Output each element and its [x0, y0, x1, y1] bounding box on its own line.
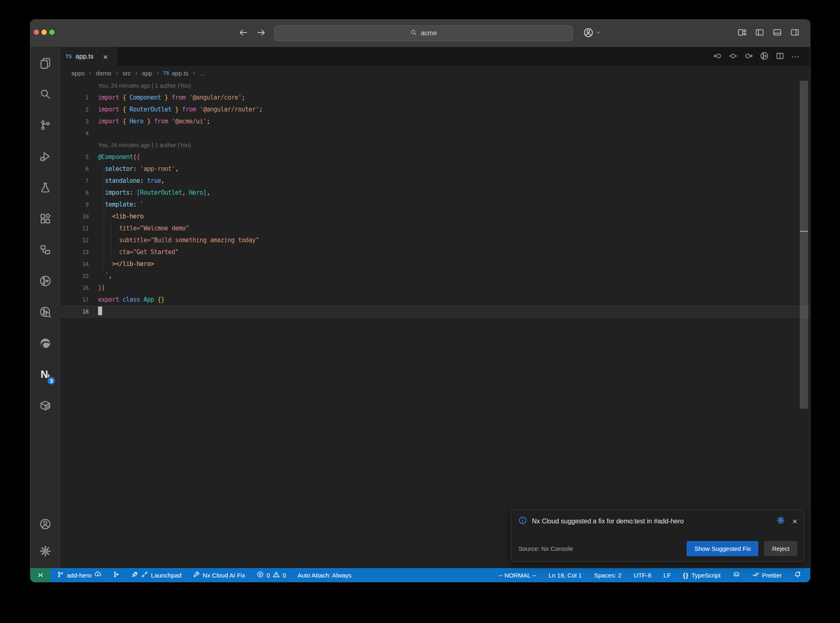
- gear-icon[interactable]: [776, 516, 785, 526]
- reject-button[interactable]: Reject: [764, 541, 797, 556]
- split-editor-button[interactable]: [776, 52, 784, 62]
- line-number[interactable]: 11: [61, 223, 98, 234]
- line-number[interactable]: 15: [61, 270, 98, 282]
- activity-item-accounts[interactable]: [30, 510, 60, 537]
- breadcrumb-item-[interactable]: …: [200, 70, 206, 77]
- status-launchpad[interactable]: Launchpad: [131, 571, 181, 579]
- code-line-5[interactable]: 5@Component({: [61, 151, 810, 163]
- activity-item-source-control[interactable]: [30, 109, 60, 141]
- toggle-panel-button[interactable]: [773, 28, 782, 39]
- close-button[interactable]: [34, 30, 39, 35]
- line-number[interactable]: 16: [61, 282, 98, 294]
- status-auto-attach[interactable]: Auto Attach: Always: [297, 572, 352, 579]
- breadcrumb-item-apps[interactable]: apps: [71, 70, 85, 77]
- code-line-1[interactable]: 1import { Component } from '@angular/cor…: [61, 92, 810, 104]
- activity-item-commit-graph-search[interactable]: [30, 296, 60, 327]
- code-line-16[interactable]: 16}): [61, 282, 810, 294]
- show-suggested-fix-button[interactable]: Show Suggested Fix: [687, 541, 759, 556]
- remote-indicator[interactable]: [30, 568, 50, 582]
- activity-item-search[interactable]: [30, 78, 60, 109]
- breadcrumb-item-demo[interactable]: demo: [96, 70, 112, 77]
- status-prettier[interactable]: Prettier: [752, 571, 782, 579]
- breadcrumb-item-app[interactable]: app: [142, 70, 152, 77]
- status-encoding[interactable]: UTF-8: [634, 572, 651, 579]
- status-nx-cloud-ai-fix[interactable]: Nx Cloud AI Fix: [193, 571, 245, 579]
- activity-item-git-graph[interactable]: [30, 265, 60, 296]
- activity-item-settings[interactable]: [30, 537, 60, 564]
- code-line-13[interactable]: 13 cta="Get Started": [61, 246, 810, 258]
- line-number[interactable]: 12: [61, 234, 98, 246]
- activity-item-project-hierarchy[interactable]: [30, 234, 60, 265]
- line-number[interactable]: 18: [61, 306, 98, 318]
- line-number[interactable]: 3: [61, 116, 98, 127]
- status-eol-sequence[interactable]: LF: [664, 572, 671, 579]
- line-number[interactable]: 14: [61, 258, 98, 270]
- code-line-11[interactable]: 11 title="Welcmoe demo": [61, 223, 810, 234]
- status-problems[interactable]: 00: [257, 571, 286, 579]
- activity-item-edge-tools[interactable]: [30, 327, 60, 359]
- code-line-2[interactable]: 2import { RouterOutlet } from '@angular/…: [61, 104, 810, 116]
- nav-back-button[interactable]: [713, 52, 722, 62]
- activity-item-run-and-debug[interactable]: [30, 141, 60, 172]
- code-line-3[interactable]: 3import { Hero } from '@acme/ui';: [61, 116, 810, 127]
- toggle-primary-sidebar-button[interactable]: [755, 28, 764, 39]
- code-line-9[interactable]: 9 template: `: [61, 199, 810, 211]
- status-cursor-position[interactable]: Ln 18, Col 1: [548, 572, 582, 579]
- activity-item-explorer[interactable]: [30, 47, 60, 78]
- line-number[interactable]: 5: [61, 151, 98, 163]
- status-indentation[interactable]: Spaces: 2: [594, 572, 621, 579]
- breadcrumb-label: app.ts: [171, 70, 188, 77]
- minimize-button[interactable]: [41, 30, 47, 35]
- code-line-8[interactable]: 8 imports: [RouterOutlet, Hero],: [61, 187, 810, 199]
- status-commit-graph[interactable]: [113, 571, 120, 579]
- toggle-secondary-sidebar-button[interactable]: [790, 28, 799, 39]
- breadcrumb-item-src[interactable]: src: [123, 70, 131, 77]
- status-vim-mode[interactable]: -- NORMAL --: [499, 572, 536, 579]
- code-line-10[interactable]: 10 <lib-hero: [61, 211, 810, 223]
- line-number[interactable]: 17: [61, 294, 98, 306]
- code-line-7[interactable]: 7 standalone: true,: [61, 175, 810, 187]
- breadcrumb-label: src: [123, 70, 131, 77]
- zoom-button[interactable]: [49, 30, 55, 35]
- accounts-menu[interactable]: [583, 20, 601, 47]
- history-back-button[interactable]: [239, 28, 248, 39]
- code-line-4[interactable]: 4: [61, 127, 810, 139]
- code-line-6[interactable]: 6 selector: 'app-root',: [61, 163, 810, 175]
- line-number[interactable]: 8: [61, 187, 98, 199]
- nav-forward-button[interactable]: [744, 52, 753, 62]
- nx-graph-button[interactable]: [760, 52, 769, 62]
- status-branch-status[interactable]: add-hero: [57, 571, 101, 579]
- status-language-mode[interactable]: {}TypeScript: [683, 572, 721, 579]
- status-notifications[interactable]: [794, 571, 801, 579]
- line-number[interactable]: 1: [61, 92, 98, 104]
- tab-close-icon[interactable]: ×: [103, 52, 108, 61]
- line-number[interactable]: 4: [61, 127, 98, 139]
- tab-app-ts[interactable]: TS app.ts ×: [61, 47, 117, 66]
- line-number[interactable]: 13: [61, 246, 98, 258]
- activity-item-testing[interactable]: [30, 172, 60, 203]
- close-icon[interactable]: ×: [792, 517, 797, 525]
- line-number[interactable]: 10: [61, 211, 98, 223]
- code-line-14[interactable]: 14 ></lib-hero>: [61, 258, 810, 270]
- code-line-18[interactable]: 18: [61, 306, 810, 318]
- command-center-search[interactable]: acme: [274, 25, 573, 41]
- code-line-12[interactable]: 12 subtitle="Build something amazing tod…: [61, 234, 810, 246]
- line-number[interactable]: 9: [61, 199, 98, 211]
- more-actions-button[interactable]: ⋯: [791, 52, 799, 61]
- error-circle-icon: [257, 571, 264, 579]
- breadcrumb-item-appts[interactable]: TSapp.ts: [163, 70, 188, 77]
- line-number[interactable]: 6: [61, 163, 98, 175]
- status-copilot[interactable]: [733, 571, 740, 579]
- history-forward-button[interactable]: [256, 28, 266, 39]
- line-number[interactable]: 2: [61, 104, 98, 116]
- line-content: selector: 'app-root',: [98, 163, 178, 175]
- nav-position-button[interactable]: [729, 52, 737, 62]
- line-number[interactable]: 7: [61, 175, 98, 187]
- code-editor[interactable]: You, 24 minutes ago | 1 author (You)1imp…: [61, 80, 810, 568]
- activity-item-nx-console[interactable]: N›3: [30, 359, 60, 390]
- customize-layout-button[interactable]: [737, 28, 746, 39]
- code-line-15[interactable]: 15 `,: [61, 270, 810, 282]
- code-line-17[interactable]: 17export class App {}: [61, 294, 810, 306]
- activity-item-dev-containers[interactable]: [30, 390, 60, 421]
- activity-item-extensions[interactable]: [30, 203, 60, 234]
